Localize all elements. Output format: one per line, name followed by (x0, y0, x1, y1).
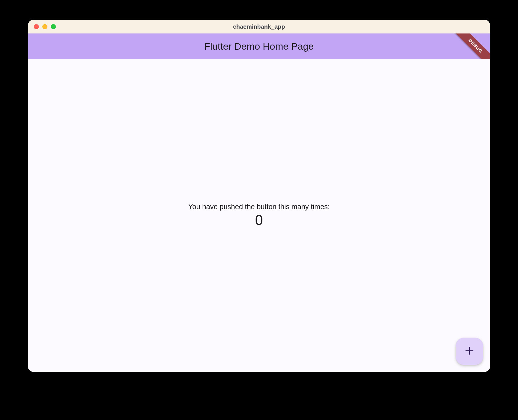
window-title: chaeminbank_app (28, 23, 490, 30)
traffic-lights (34, 24, 56, 29)
counter-message: You have pushed the button this many tim… (188, 203, 330, 211)
debug-label: DEBUG (467, 38, 483, 54)
plus-icon (464, 346, 475, 357)
maximize-window-button[interactable] (51, 24, 56, 29)
close-window-button[interactable] (34, 24, 39, 29)
minimize-window-button[interactable] (42, 24, 47, 29)
app-window: chaeminbank_app Flutter Demo Home Page D… (28, 20, 490, 372)
page-title: Flutter Demo Home Page (204, 41, 314, 52)
titlebar: chaeminbank_app (28, 20, 490, 33)
increment-button[interactable] (456, 338, 483, 365)
content-area: You have pushed the button this many tim… (28, 59, 490, 372)
appbar: Flutter Demo Home Page DEBUG (28, 33, 490, 59)
counter-value: 0 (255, 212, 263, 228)
